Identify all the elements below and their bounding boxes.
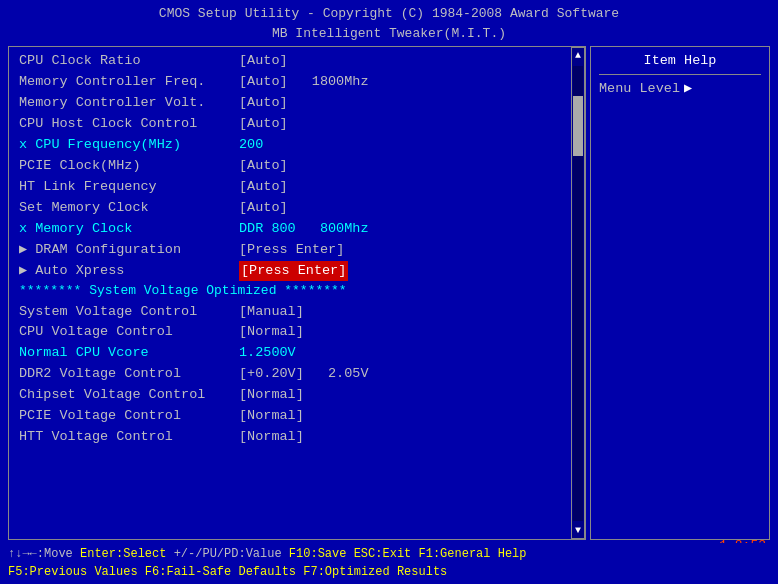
- row-label: ▶ Auto Xpress: [19, 261, 239, 282]
- f1-help: F1:General Help: [418, 547, 526, 561]
- press-enter-value[interactable]: [Press Enter]: [239, 261, 348, 282]
- row-value: DDR 800: [239, 219, 296, 240]
- header: CMOS Setup Utility - Copyright (C) 1984-…: [0, 0, 778, 46]
- footer-line2: F5:Previous Values F6:Fail-Safe Defaults…: [8, 563, 770, 582]
- table-row[interactable]: Memory Controller Freq. [Auto] 1800Mhz: [17, 72, 561, 93]
- menu-level-arrow: ▶: [684, 79, 692, 100]
- table-row[interactable]: Chipset Voltage Control [Normal]: [17, 385, 561, 406]
- scrollbar-track: [573, 66, 583, 521]
- row-label: System Voltage Control: [19, 302, 239, 323]
- table-row[interactable]: ******** System Voltage Optimized ******…: [17, 281, 561, 301]
- scrollbar[interactable]: ▲ ▼: [571, 47, 585, 539]
- item-help-title: Item Help: [599, 51, 761, 75]
- left-panel: CPU Clock Ratio [Auto] Memory Controller…: [8, 46, 586, 540]
- settings-list: CPU Clock Ratio [Auto] Memory Controller…: [17, 51, 577, 448]
- row-value: [Manual]: [239, 302, 304, 323]
- footer-keys-2: +/-/PU/PD:Value: [166, 547, 288, 561]
- table-row[interactable]: x Memory Clock DDR 800 800Mhz: [17, 219, 561, 240]
- table-row[interactable]: HTT Voltage Control [Normal]: [17, 427, 561, 448]
- table-row[interactable]: ▶ Auto Xpress [Press Enter]: [17, 261, 561, 282]
- row-label: ▶ DRAM Configuration: [19, 240, 239, 261]
- scroll-up-arrow[interactable]: ▲: [575, 48, 581, 64]
- item-help-panel: Item Help Menu Level ▶: [590, 46, 770, 540]
- row-value: 1.2500V: [239, 343, 296, 364]
- row-label: DDR2 Voltage Control: [19, 364, 239, 385]
- f6-key: F6:Fail-Safe Defaults: [145, 565, 296, 579]
- table-row[interactable]: HT Link Frequency [Auto]: [17, 177, 561, 198]
- table-row[interactable]: CPU Clock Ratio [Auto]: [17, 51, 561, 72]
- row-value: [Normal]: [239, 385, 304, 406]
- row-extra: 1800Mhz: [296, 72, 369, 93]
- table-row[interactable]: x CPU Frequency(MHz) 200: [17, 135, 561, 156]
- row-label: x CPU Frequency(MHz): [19, 135, 239, 156]
- bottom-bar: ↑↓→←:Move Enter:Select +/-/PU/PD:Value F…: [0, 543, 778, 584]
- row-value: [Normal]: [239, 406, 304, 427]
- menu-level: Menu Level ▶: [599, 79, 761, 100]
- f10-save: F10:Save: [289, 547, 347, 561]
- table-row[interactable]: Normal CPU Vcore 1.2500V: [17, 343, 561, 364]
- row-label: Set Memory Clock: [19, 198, 239, 219]
- row-label: HTT Voltage Control: [19, 427, 239, 448]
- footer-keys-1: ↑↓→←:Move: [8, 547, 80, 561]
- row-label: x Memory Clock: [19, 219, 239, 240]
- row-value: [Auto]: [239, 156, 288, 177]
- bios-screen: CMOS Setup Utility - Copyright (C) 1984-…: [0, 0, 778, 584]
- row-extra: 800Mhz: [304, 219, 369, 240]
- row-label: CPU Voltage Control: [19, 322, 239, 343]
- row-value: [Normal]: [239, 322, 304, 343]
- main-area: CPU Clock Ratio [Auto] Memory Controller…: [0, 46, 778, 540]
- row-label: PCIE Clock(MHz): [19, 156, 239, 177]
- scroll-down-arrow[interactable]: ▼: [575, 523, 581, 539]
- footer-line1: ↑↓→←:Move Enter:Select +/-/PU/PD:Value F…: [8, 545, 770, 564]
- row-label: PCIE Voltage Control: [19, 406, 239, 427]
- row-label: Memory Controller Volt.: [19, 93, 239, 114]
- row-label: HT Link Frequency: [19, 177, 239, 198]
- footer-keys-3: [346, 547, 353, 561]
- row-value: [Press Enter]: [239, 240, 344, 261]
- row-value: [Auto]: [239, 51, 288, 72]
- row-value: [+0.20V]: [239, 364, 304, 385]
- menu-level-label: Menu Level: [599, 79, 680, 100]
- row-label: CPU Clock Ratio: [19, 51, 239, 72]
- row-extra: 2.05V: [312, 364, 369, 385]
- table-row[interactable]: System Voltage Control [Manual]: [17, 302, 561, 323]
- row-value: [Auto]: [239, 198, 288, 219]
- esc-exit: ESC:Exit: [354, 547, 412, 561]
- header-line1: CMOS Setup Utility - Copyright (C) 1984-…: [0, 4, 778, 24]
- f5-key: F5:Previous Values: [8, 565, 138, 579]
- row-value: [Auto]: [239, 93, 288, 114]
- f7-key: F7:Optimized Results: [303, 565, 447, 579]
- footer-space1: [138, 565, 145, 579]
- table-row[interactable]: PCIE Voltage Control [Normal]: [17, 406, 561, 427]
- row-value: [Auto]: [239, 177, 288, 198]
- table-row[interactable]: Set Memory Clock [Auto]: [17, 198, 561, 219]
- scrollbar-thumb[interactable]: [573, 96, 583, 156]
- table-row[interactable]: Memory Controller Volt. [Auto]: [17, 93, 561, 114]
- row-label: Normal CPU Vcore: [19, 343, 239, 364]
- stars-label: ******** System Voltage Optimized ******…: [19, 281, 347, 301]
- header-line2: MB Intelligent Tweaker(M.I.T.): [0, 24, 778, 44]
- enter-select: Enter:Select: [80, 547, 166, 561]
- table-row[interactable]: PCIE Clock(MHz) [Auto]: [17, 156, 561, 177]
- table-row[interactable]: CPU Voltage Control [Normal]: [17, 322, 561, 343]
- table-row[interactable]: ▶ DRAM Configuration [Press Enter]: [17, 240, 561, 261]
- table-row[interactable]: CPU Host Clock Control [Auto]: [17, 114, 561, 135]
- row-value: [Auto]: [239, 114, 288, 135]
- row-value: 200: [239, 135, 263, 156]
- row-label: Memory Controller Freq.: [19, 72, 239, 93]
- row-value: [Normal]: [239, 427, 304, 448]
- row-label: Chipset Voltage Control: [19, 385, 239, 406]
- table-row[interactable]: DDR2 Voltage Control [+0.20V] 2.05V: [17, 364, 561, 385]
- row-label: CPU Host Clock Control: [19, 114, 239, 135]
- row-value: [Auto]: [239, 72, 288, 93]
